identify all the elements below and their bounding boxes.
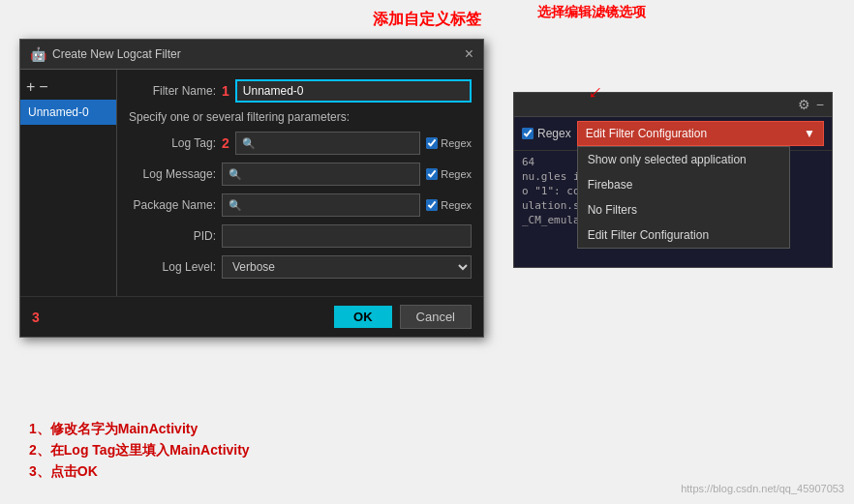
package-name-row: Package Name: 🔍 Regex: [129, 193, 472, 217]
regex-text: Regex: [537, 127, 571, 140]
step3-badge: 3: [32, 310, 40, 325]
filter-selected-text: Edit Filter Configuration: [586, 127, 707, 140]
logcat-panel: ⚙ − Regex Edit Filter Configuration ▼ Sh…: [513, 92, 833, 268]
dropdown-item-0[interactable]: Show only selected application: [578, 147, 789, 172]
regex-check-label: Regex: [522, 127, 571, 140]
dialog-form: Filter Name: 1 Specify one or several fi…: [117, 70, 483, 296]
right-annotation: 选择编辑滤镜选项: [537, 4, 646, 21]
dialog-footer: 3 OK Cancel: [20, 296, 483, 337]
dropdown-item-1[interactable]: Firebase: [578, 172, 789, 197]
filter-dropdown[interactable]: Edit Filter Configuration ▼ Show only se…: [577, 121, 824, 146]
package-name-regex-text: Regex: [441, 199, 472, 211]
log-message-regex-checkbox[interactable]: [426, 168, 438, 180]
bottom-instructions: 1、修改名字为MainActivity 2、在Log Tag这里填入MainAc…: [29, 421, 250, 485]
csdn-watermark: https://blog.csdn.net/qq_45907053: [681, 483, 844, 494]
filter-dropdown-menu: Show only selected application Firebase …: [577, 146, 790, 249]
dialog-titlebar: 🤖 Create New Logcat Filter ×: [20, 40, 483, 70]
log-level-label: Log Level:: [129, 260, 216, 274]
step1-badge: 1: [222, 83, 229, 99]
package-name-input[interactable]: 🔍: [222, 193, 420, 217]
log-message-row: Log Message: 🔍 Regex: [129, 163, 472, 186]
pid-input[interactable]: [222, 224, 472, 248]
top-annotation: 添加自定义标签: [0, 0, 854, 38]
ok-button[interactable]: OK: [334, 306, 392, 328]
log-message-regex-text: Regex: [441, 168, 472, 180]
search-icon-log-tag: 🔍: [242, 137, 256, 150]
log-level-select[interactable]: Verbose: [222, 255, 472, 279]
package-name-regex-checkbox[interactable]: [426, 199, 438, 211]
dropdown-arrow-icon: ▼: [804, 127, 815, 140]
log-tag-row: Log Tag: 2 🔍 Regex: [129, 132, 472, 155]
search-icon-log-msg: 🔍: [229, 168, 242, 181]
instruction-3: 3、点击OK: [29, 463, 250, 481]
log-tag-regex-label: Regex: [426, 137, 472, 149]
dialog-body: + − Unnamed-0 Filter Name: 1 Specify one…: [20, 70, 483, 296]
step2-badge: 2: [222, 135, 229, 151]
package-name-label: Package Name:: [129, 198, 216, 212]
log-message-input[interactable]: 🔍: [222, 163, 420, 186]
dropdown-item-3[interactable]: Edit Filter Configuration: [578, 222, 789, 248]
log-tag-regex-text: Regex: [441, 137, 472, 149]
instruction-2: 2、在Log Tag这里填入MainActivity: [29, 442, 250, 460]
pid-label: PID:: [129, 229, 216, 243]
filter-name-label: Filter Name:: [129, 84, 216, 98]
log-tag-label: Log Tag:: [129, 136, 216, 150]
dialog-sidebar: + − Unnamed-0: [20, 70, 117, 296]
log-level-row: Log Level: Verbose: [129, 255, 472, 279]
dialog-title-left: 🤖 Create New Logcat Filter: [30, 46, 181, 62]
regex-checkbox[interactable]: [522, 128, 534, 139]
search-icon-pkg: 🔍: [229, 199, 242, 212]
log-tag-regex-checkbox[interactable]: [426, 137, 438, 149]
log-message-regex-label: Regex: [426, 168, 472, 180]
sidebar-toolbar: + −: [20, 74, 116, 100]
filter-name-row: Filter Name: 1: [129, 79, 472, 103]
package-name-regex-label: Regex: [426, 199, 472, 211]
pid-row: PID:: [129, 224, 472, 248]
close-button[interactable]: ×: [465, 45, 473, 63]
log-tag-input[interactable]: 🔍: [235, 132, 420, 155]
page-wrapper: 添加自定义标签 选择编辑滤镜选项 ↓ 🤖 Create New Logcat F…: [0, 0, 854, 504]
android-icon: 🤖: [30, 46, 46, 62]
dialog-container: 🤖 Create New Logcat Filter × + − Unnamed…: [19, 39, 484, 338]
filter-dropdown-button[interactable]: Edit Filter Configuration ▼: [577, 121, 824, 146]
filter-name-input[interactable]: [235, 79, 472, 103]
minus-icon[interactable]: −: [816, 97, 824, 112]
dropdown-item-2[interactable]: No Filters: [578, 197, 789, 222]
gear-icon[interactable]: ⚙: [798, 97, 810, 112]
filter-row: Regex Edit Filter Configuration ▼ Show o…: [514, 117, 832, 151]
sidebar-filter-item[interactable]: Unnamed-0: [20, 100, 116, 125]
logcat-toolbar: ⚙ −: [514, 93, 832, 117]
specify-text: Specify one or several filtering paramet…: [129, 110, 472, 124]
log-message-label: Log Message:: [129, 167, 216, 181]
create-filter-dialog: 🤖 Create New Logcat Filter × + − Unnamed…: [19, 39, 484, 338]
dialog-title: Create New Logcat Filter: [52, 47, 181, 61]
cancel-button[interactable]: Cancel: [400, 305, 472, 329]
instruction-1: 1、修改名字为MainActivity: [29, 421, 250, 438]
add-filter-button[interactable]: +: [26, 78, 35, 96]
remove-filter-button[interactable]: −: [39, 78, 47, 96]
